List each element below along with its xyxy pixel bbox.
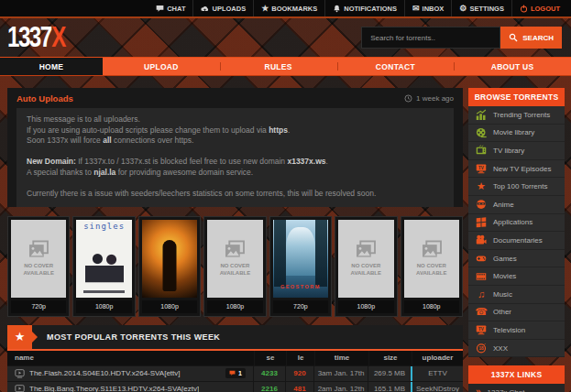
cover-image: NO COVER AVAILABLE <box>207 220 262 298</box>
sidebar-item-movie-library[interactable]: Movie library <box>468 125 565 143</box>
uploader-link[interactable]: SeekNDstroy <box>411 382 463 392</box>
sidebar-category-label: Music <box>493 290 512 299</box>
main-column: Auto Uploads 1 week ago This message is … <box>7 88 463 392</box>
torrent-size: 165.1 MB <box>368 382 411 392</box>
torrent-row[interactable]: The.Big.Bang.Theory.S11E13.HDTV.x264-SVA… <box>7 381 463 392</box>
topbar-item-inbox[interactable]: ✉ INBOX <box>404 0 451 16</box>
cover-quality-label: 1080p <box>142 300 197 313</box>
top-menu-bar: CHAT UPLOADS ★ BOOKMARKS NOTIFICATIONS ✉… <box>0 0 571 16</box>
sidebar-item-xxx[interactable]: 18 XXX <box>468 340 565 358</box>
gamepad-icon <box>476 253 487 264</box>
nav-tab-upload[interactable]: UPLOAD <box>103 58 220 75</box>
torrent-name-link[interactable]: The.Flash.2014.S04E10.HDTV.x264-SVA[ettv… <box>29 369 181 377</box>
sidebar-item-documentaries[interactable]: Documentaries <box>468 232 565 250</box>
sidebar-category-label: Movies <box>493 272 516 280</box>
search-button[interactable]: SEARCH <box>500 27 562 49</box>
search-bar: SEARCH <box>361 27 562 49</box>
nav-tab-label: UPLOAD <box>144 62 179 71</box>
column-header-uploader[interactable]: uploader <box>412 351 463 365</box>
browse-torrents-header[interactable]: BROWSE TORRENTS <box>468 88 565 106</box>
announcement-line: New Domain: If 1337x.to / 1337x.st is bl… <box>27 157 444 168</box>
column-header-size[interactable]: size <box>368 351 412 365</box>
content-area: Auto Uploads 1 week ago This message is … <box>0 76 571 392</box>
topbar-item-uploads[interactable]: UPLOADS <box>192 0 253 16</box>
sidebar-link-1337x-chat[interactable]: » 1337x Chat <box>468 384 565 392</box>
nav-tab-label: RULES <box>264 62 291 71</box>
sidebar-item-trending-torrents[interactable]: Trending Torrents <box>468 106 565 125</box>
topbar-item-notifications[interactable]: NOTIFICATIONS <box>324 0 404 16</box>
sidebar-link-label: 1337x Chat <box>488 388 525 392</box>
cover-image: NO COVER AVAILABLE <box>11 220 66 298</box>
torrent-cover-card[interactable]: 1080p <box>138 216 201 317</box>
sidebar-item-music[interactable]: ♫ Music <box>468 286 565 304</box>
torrent-row[interactable]: The.Flash.2014.S04E10.HDTV.x264-SVA[ettv… <box>7 365 463 381</box>
sidebar-category-label: Top 100 Torrents <box>493 182 547 191</box>
topbar-item-bookmarks[interactable]: ★ BOOKMARKS <box>253 0 324 16</box>
chat-icon <box>156 5 164 13</box>
popular-torrents-header: ★ MOST POPULAR TORRENTS THIS WEEK <box>7 325 463 351</box>
torrent-cover-card[interactable]: NO COVER AVAILABLE 1080p <box>335 216 397 317</box>
column-header-name[interactable]: name <box>7 351 254 365</box>
sidebar: BROWSE TORRENTS Trending Torrents Movie … <box>468 88 565 392</box>
cover-quality-label: 1080p <box>404 300 459 313</box>
nav-tab-rules[interactable]: RULES <box>220 58 337 75</box>
no-cover-placeholder: NO COVER AVAILABLE <box>338 220 393 298</box>
cover-image <box>142 220 197 298</box>
phone-icon: ☎ <box>476 307 487 318</box>
sidebar-item-games[interactable]: Games <box>468 250 565 268</box>
popular-torrents-title: MOST POPULAR TORRENTS THIS WEEK <box>47 332 220 342</box>
gear-icon: ⚙ <box>459 5 467 13</box>
svg-text:TV: TV <box>478 327 484 332</box>
sidebar-item-top-100-torrents[interactable]: ★ Top 100 Torrents <box>468 178 565 196</box>
torrent-cover-card[interactable]: NO COVER AVAILABLE 720p <box>7 216 70 317</box>
search-icon <box>509 33 518 42</box>
announcement-message: This message is to all uploaders.If you … <box>16 108 454 207</box>
cover-image: NO COVER AVAILABLE <box>338 220 393 298</box>
logo-accent-letter: X <box>51 21 65 53</box>
movie-poster <box>142 220 197 298</box>
sidebar-item-other[interactable]: ☎ Other <box>468 304 565 322</box>
torrent-cover-card[interactable]: NO COVER AVAILABLE 1080p <box>401 216 463 317</box>
torrent-name-link[interactable]: The.Big.Bang.Theory.S11E13.HDTV.x264-SVA… <box>29 385 199 392</box>
nav-tab-home[interactable]: HOME <box>0 58 103 75</box>
sidebar-item-applications[interactable]: Applications <box>468 214 565 233</box>
torrent-cover-card[interactable]: GEOSTORM 720p <box>269 216 332 317</box>
sidebar-item-new-tv-episodes[interactable]: TV New TV Episodes <box>468 160 565 179</box>
svg-text:18: 18 <box>478 346 484 351</box>
main-navigation: HOME UPLOAD RULES CONTACT ABOUT US <box>0 57 571 76</box>
adult-18-icon: 18 <box>476 343 487 354</box>
search-input[interactable] <box>361 27 500 49</box>
music-note-icon: ♫ <box>476 289 487 299</box>
topbar-item-chat[interactable]: CHAT <box>148 0 192 16</box>
tv-episode-icon <box>15 369 25 378</box>
topbar-item-logout[interactable]: LOGOUT <box>511 0 567 16</box>
column-header-time[interactable]: time <box>314 351 368 365</box>
topbar-item-settings[interactable]: ⚙ SETTINGS <box>451 0 511 16</box>
links-header[interactable]: 1337X LINKS <box>468 365 565 384</box>
sidebar-category-label: Television <box>493 326 525 334</box>
sidebar-item-television[interactable]: TV Television <box>468 321 565 340</box>
announcement-title-row: Auto Uploads 1 week ago <box>7 88 463 108</box>
column-header-leechers[interactable]: le <box>286 351 314 365</box>
sidebar-item-anime[interactable]: Anime <box>468 196 565 214</box>
site-logo[interactable]: 1337X <box>7 21 65 54</box>
nav-tab-label: CONTACT <box>376 62 415 71</box>
no-cover-placeholder: NO COVER AVAILABLE <box>11 220 66 298</box>
torrent-cover-card[interactable]: NO COVER AVAILABLE 1080p <box>203 216 266 317</box>
nav-tab-about-us[interactable]: ABOUT US <box>454 58 571 75</box>
torrent-time: 3am Jan. 17th <box>313 366 368 381</box>
cine-camera-icon <box>476 234 487 245</box>
announcement-line: If you are using auto-upload scripts ple… <box>27 125 444 136</box>
torrent-time: 2am Jan. 12th <box>313 382 368 392</box>
seeders-count: 4233 <box>253 366 285 381</box>
torrent-cover-card[interactable]: singles 1080p <box>72 216 135 317</box>
column-header-seeders[interactable]: se <box>254 351 286 365</box>
sidebar-item-movies[interactable]: Movies <box>468 267 565 286</box>
uploader-link[interactable]: ETTV <box>411 366 463 381</box>
nav-tab-contact[interactable]: CONTACT <box>337 58 455 75</box>
no-cover-placeholder: NO COVER AVAILABLE <box>207 220 262 298</box>
sidebar-item-tv-library[interactable]: TV library <box>468 142 565 160</box>
nav-tab-label: ABOUT US <box>491 62 534 71</box>
announcement-line: Currently there is a issue with seeders/… <box>27 189 444 200</box>
cloud-upload-icon <box>201 5 209 13</box>
